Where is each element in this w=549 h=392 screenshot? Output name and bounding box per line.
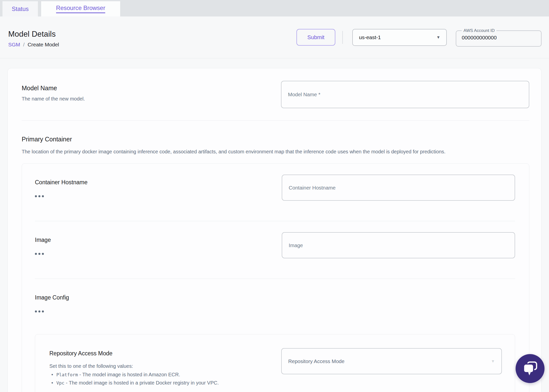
ellipsis-expander-icon[interactable] <box>35 310 505 312</box>
repository-access-mode-row: Repository Access Mode Set this to one o… <box>49 348 502 387</box>
value-code: Platform <box>56 372 78 377</box>
container-hostname-label: Container Hostname <box>35 179 272 186</box>
image-config-info: Image Config <box>35 290 515 312</box>
breadcrumb: SGM / Create Model <box>8 42 59 48</box>
breadcrumb-separator: / <box>23 42 25 48</box>
page-header-titles: Model Details SGM / Create Model <box>8 30 59 48</box>
value-text: - The model image is hosted in Amazon EC… <box>79 372 180 377</box>
container-hostname-row: Container Hostname <box>35 175 515 201</box>
aws-account-id-field: AWS Account ID <box>456 28 542 47</box>
image-row: Image <box>35 232 515 258</box>
chevron-down-icon: ▼ <box>491 359 495 364</box>
container-hostname-info: Container Hostname <box>35 175 282 197</box>
ellipsis-expander-icon[interactable] <box>35 253 272 255</box>
tab-status-label: Status <box>12 5 29 12</box>
image-config-label: Image Config <box>35 294 505 301</box>
field-divider <box>35 221 515 221</box>
tab-resource-browser[interactable]: Resource Browser <box>41 1 120 16</box>
region-select-value: us-east-1 <box>359 34 381 40</box>
model-details-card: Model Name The name of the new model. Pr… <box>7 68 542 392</box>
repository-access-mode-description: Set this to one of the following values: <box>49 363 271 369</box>
chat-widget-button[interactable] <box>516 354 545 383</box>
list-item: Platform - The model image is hosted in … <box>49 371 271 379</box>
value-code: Vpc <box>56 380 65 386</box>
list-item: Vpc - The model image is hosted in a pri… <box>49 379 271 387</box>
model-name-info: Model Name The name of the new model. <box>22 81 281 102</box>
image-config-row: Image Config <box>35 290 515 313</box>
primary-container-card: Container Hostname Image Image Config <box>22 163 529 392</box>
field-divider <box>35 279 515 279</box>
repository-access-mode-select[interactable]: Repository Access Mode ▼ <box>281 348 502 374</box>
model-name-label: Model Name <box>22 85 271 92</box>
repository-access-mode-info: Repository Access Mode Set this to one o… <box>49 348 281 387</box>
repository-access-mode-values-list: Platform - The model image is hosted in … <box>49 371 271 387</box>
page-header: Model Details SGM / Create Model Submit … <box>0 16 549 58</box>
model-name-row: Model Name The name of the new model. <box>22 81 529 108</box>
image-config-card: Repository Access Mode Set this to one o… <box>35 334 515 392</box>
value-text: - The model image is hosted in a private… <box>66 380 219 386</box>
aws-account-id-label: AWS Account ID <box>462 28 496 33</box>
image-label: Image <box>35 237 272 243</box>
model-name-input[interactable] <box>281 81 529 108</box>
page-title: Model Details <box>8 30 59 39</box>
chat-bubbles-icon <box>522 361 538 376</box>
aws-account-id-input[interactable] <box>459 33 531 41</box>
tab-status[interactable]: Status <box>2 1 38 16</box>
model-name-description: The name of the new model. <box>22 96 271 102</box>
breadcrumb-current: Create Model <box>28 42 59 48</box>
chevron-down-icon: ▼ <box>436 35 440 40</box>
section-divider <box>22 120 529 121</box>
ellipsis-expander-icon[interactable] <box>35 195 272 197</box>
header-divider <box>342 31 343 44</box>
image-input[interactable] <box>282 232 515 258</box>
container-hostname-input[interactable] <box>282 175 515 201</box>
main-content: Model Name The name of the new model. Pr… <box>0 58 549 392</box>
repository-access-mode-label: Repository Access Mode <box>49 350 271 357</box>
submit-button[interactable]: Submit <box>296 29 335 46</box>
primary-container-description: The location of the primary docker image… <box>22 147 528 156</box>
repository-access-mode-placeholder: Repository Access Mode <box>288 358 345 364</box>
region-select[interactable]: us-east-1 ▼ <box>352 29 447 46</box>
image-info: Image <box>35 232 282 255</box>
breadcrumb-parent-link[interactable]: SGM <box>8 42 20 48</box>
tab-bar: Status Resource Browser <box>0 0 549 16</box>
tab-resource-browser-label: Resource Browser <box>56 4 105 13</box>
header-actions: Submit us-east-1 ▼ AWS Account ID <box>296 28 542 47</box>
primary-container-label: Primary Container <box>22 136 529 143</box>
